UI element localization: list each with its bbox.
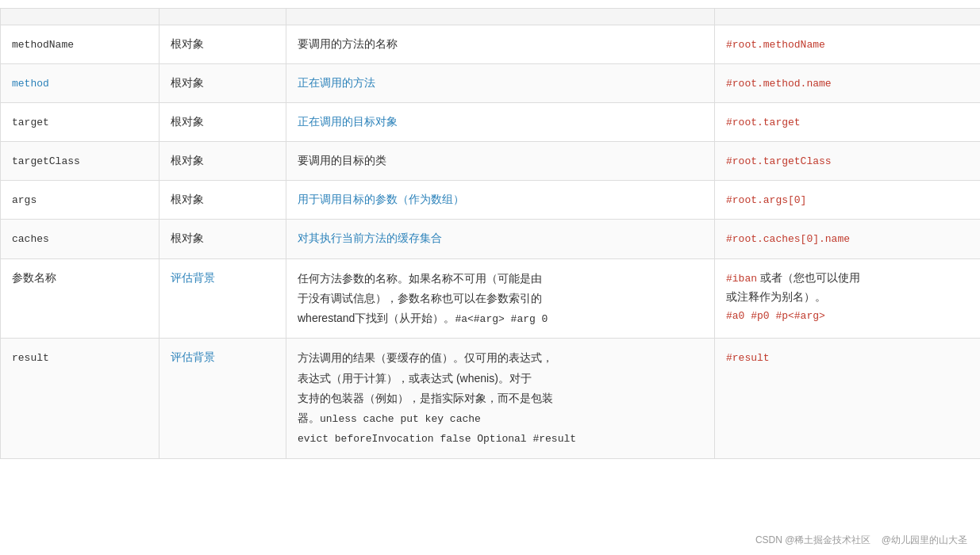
main-table: methodName根对象要调用的方法的名称#root.methodNameme… xyxy=(0,8,980,459)
cell-example: #iban 或者（您也可以使用或注释作为别名）。#a0 #p0 #p<#arg> xyxy=(715,258,981,339)
cell-example: #root.method.name xyxy=(715,64,981,103)
cell-description: 正在调用的方法 xyxy=(286,64,715,103)
table-header-row xyxy=(1,9,981,25)
cell-position: 根对象 xyxy=(159,64,286,103)
cell-example: #root.args[0] xyxy=(715,181,981,220)
cell-position: 根对象 xyxy=(159,103,286,142)
cell-description: 要调用的方法的名称 xyxy=(286,25,715,64)
cell-example: #root.methodName xyxy=(715,25,981,64)
table-row: args根对象用于调用目标的参数（作为数组）#root.args[0] xyxy=(1,181,981,220)
cell-description: 要调用的目标的类 xyxy=(286,142,715,181)
cell-position: 评估背景 xyxy=(159,258,286,339)
cell-position: 根对象 xyxy=(159,220,286,258)
watermark-csdn: CSDN @稀土掘金技术社区 xyxy=(755,534,871,545)
table-row: targetClass根对象要调用的目标的类#root.targetClass xyxy=(1,142,981,181)
cell-description: 用于调用目标的参数（作为数组） xyxy=(286,181,715,220)
cell-name: 参数名称 xyxy=(1,258,159,339)
cell-description: 任何方法参数的名称。如果名称不可用（可能是由于没有调试信息），参数名称也可以在参… xyxy=(286,258,715,339)
cell-name: method xyxy=(1,64,159,103)
table-row: caches根对象对其执行当前方法的缓存集合#root.caches[0].na… xyxy=(1,220,981,258)
cell-name: targetClass xyxy=(1,142,159,181)
watermark: CSDN @稀土掘金技术社区 @幼儿园里的山大圣 xyxy=(755,534,967,547)
cell-position: 根对象 xyxy=(159,142,286,181)
table-row: methodName根对象要调用的方法的名称#root.methodName xyxy=(1,25,981,64)
table-row: result评估背景方法调用的结果（要缓存的值）。仅可用的表达式，表达式（用于计… xyxy=(1,339,981,458)
cell-position: 根对象 xyxy=(159,181,286,220)
cell-name: caches xyxy=(1,220,159,258)
header-position xyxy=(159,9,286,25)
cell-example: #root.caches[0].name xyxy=(715,220,981,258)
cell-name: methodName xyxy=(1,25,159,64)
cell-example: #root.target xyxy=(715,103,981,142)
table-container: methodName根对象要调用的方法的名称#root.methodNameme… xyxy=(0,0,980,555)
cell-position: 评估背景 xyxy=(159,339,286,458)
cell-description: 正在调用的目标对象 xyxy=(286,103,715,142)
cell-example: #result xyxy=(715,339,981,458)
header-name xyxy=(1,9,159,25)
cell-description: 方法调用的结果（要缓存的值）。仅可用的表达式，表达式（用于计算），或表达式 (w… xyxy=(286,339,715,458)
cell-position: 根对象 xyxy=(159,25,286,64)
cell-name: result xyxy=(1,339,159,458)
table-row: target根对象正在调用的目标对象#root.target xyxy=(1,103,981,142)
table-row: 参数名称评估背景任何方法参数的名称。如果名称不可用（可能是由于没有调试信息），参… xyxy=(1,258,981,339)
watermark-author: @幼儿园里的山大圣 xyxy=(882,534,967,545)
table-row: method根对象正在调用的方法#root.method.name xyxy=(1,64,981,103)
cell-name: args xyxy=(1,181,159,220)
header-description xyxy=(286,9,715,25)
cell-name: target xyxy=(1,103,159,142)
cell-description: 对其执行当前方法的缓存集合 xyxy=(286,220,715,258)
cell-example: #root.targetClass xyxy=(715,142,981,181)
header-example xyxy=(715,9,981,25)
